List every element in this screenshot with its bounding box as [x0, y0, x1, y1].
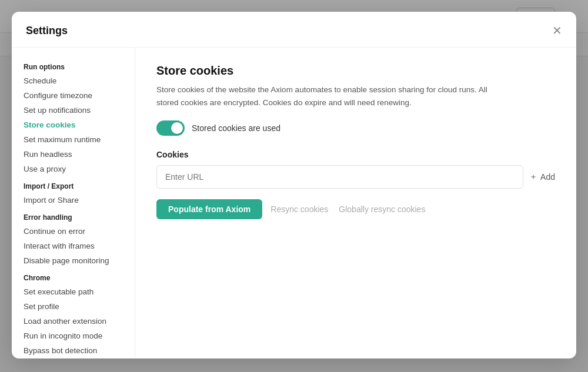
content-area: Store cookies Store cookies of the websi… [135, 48, 576, 358]
sidebar-item-configure-timezone[interactable]: Configure timezone [12, 88, 135, 103]
close-button[interactable]: ✕ [552, 24, 562, 38]
add-url-button[interactable]: ＋ Add [529, 172, 555, 182]
sidebar-section-title-1: Import / Export [12, 176, 135, 193]
sidebar-section-title-0: Run options [12, 57, 135, 73]
sidebar-item-bypass-bot-detection[interactable]: Bypass bot detection [12, 343, 135, 358]
modal-overlay: Settings ✕ Run optionsScheduleConfigure … [0, 0, 588, 372]
globally-resync-button[interactable]: Globally resync cookies [336, 199, 427, 219]
toggle-label: Stored cookies are used [192, 123, 280, 133]
cookies-toggle[interactable] [156, 120, 185, 136]
cookies-section-label: Cookies [156, 150, 555, 159]
sidebar-item-interact-with-iframes[interactable]: Interact with iframes [12, 239, 135, 253]
sidebar-item-load-another-extension[interactable]: Load another extension [12, 314, 135, 329]
settings-sidebar: Run optionsScheduleConfigure timezoneSet… [12, 48, 135, 358]
modal-title: Settings [26, 25, 68, 37]
action-buttons: Populate from Axiom Resync cookies Globa… [156, 199, 555, 219]
sidebar-section-title-3: Chrome [12, 268, 135, 284]
sidebar-item-schedule[interactable]: Schedule [12, 73, 135, 88]
sidebar-item-continue-on-error[interactable]: Continue on error [12, 224, 135, 239]
sidebar-item-import-or-share[interactable]: Import or Share [12, 193, 135, 207]
sidebar-item-run-headless[interactable]: Run headless [12, 147, 135, 162]
populate-button[interactable]: Populate from Axiom [156, 199, 262, 219]
sidebar-item-set-executable-path[interactable]: Set executable path [12, 284, 135, 299]
url-input[interactable] [156, 165, 523, 189]
sidebar-item-use-a-proxy[interactable]: Use a proxy [12, 162, 135, 176]
modal-header: Settings ✕ [12, 12, 576, 48]
sidebar-item-run-in-incognito-mode[interactable]: Run in incognito mode [12, 329, 135, 343]
sidebar-item-set-maximum-runtime[interactable]: Set maximum runtime [12, 132, 135, 147]
add-label: Add [540, 172, 555, 182]
sidebar-section-title-2: Error handling [12, 207, 135, 224]
resync-button[interactable]: Resync cookies [268, 199, 330, 219]
settings-modal: Settings ✕ Run optionsScheduleConfigure … [12, 12, 576, 358]
sidebar-item-set-up-notifications[interactable]: Set up notifications [12, 103, 135, 118]
modal-body: Run optionsScheduleConfigure timezoneSet… [12, 48, 576, 358]
add-icon: ＋ [529, 172, 537, 182]
toggle-row: Stored cookies are used [156, 120, 555, 136]
sidebar-item-set-profile[interactable]: Set profile [12, 299, 135, 314]
content-title: Store cookies [156, 64, 555, 78]
url-row: ＋ Add [156, 165, 555, 189]
sidebar-item-disable-page-monitoring[interactable]: Disable page monitoring [12, 253, 135, 268]
sidebar-item-store-cookies[interactable]: Store cookies [12, 118, 135, 132]
content-description: Store cookies of the website the Axiom a… [156, 83, 509, 109]
